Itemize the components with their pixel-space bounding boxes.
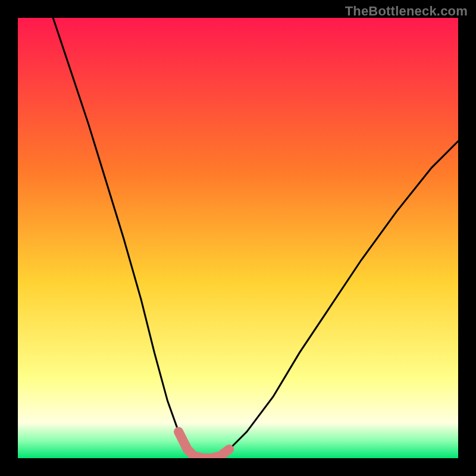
plot-area xyxy=(18,18,458,458)
bottleneck-chart xyxy=(0,0,476,476)
watermark-text: TheBottleneck.com xyxy=(345,4,468,19)
chart-container: { "watermark": "TheBottleneck.com", "col… xyxy=(0,0,476,476)
